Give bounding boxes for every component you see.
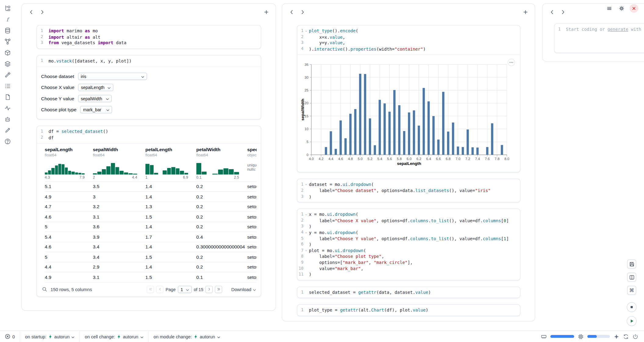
move-column-right-button[interactable] <box>558 7 567 16</box>
error-count-button[interactable]: 0 <box>0 331 20 342</box>
histogram-bar <box>93 173 97 174</box>
chart-options-button[interactable] <box>508 59 515 66</box>
sync-icon[interactable] <box>623 333 629 339</box>
scratchpad-icon[interactable] <box>4 127 11 134</box>
on-startup-setting[interactable]: on startup: autorun <box>20 331 80 342</box>
histogram-bar <box>82 173 85 174</box>
code-editor[interactable]: 1import marimo as mo2import altair as al… <box>37 26 261 48</box>
on-cell-change-setting[interactable]: on cell change: autorun <box>80 331 148 342</box>
fold-chevron-icon[interactable]: ⌄ <box>303 182 309 188</box>
data-sources-icon[interactable] <box>4 27 11 34</box>
marimo-file-icon[interactable]: f <box>4 16 11 23</box>
add-cell-button[interactable] <box>521 7 530 16</box>
y-value-select[interactable]: sepalWidth <box>78 95 112 102</box>
status-bar: 0 on startup: autorun on cell change: au… <box>0 330 644 342</box>
histogram-bar <box>58 164 61 174</box>
code-editor[interactable]: 1selected_dataset = getattr(data, datase… <box>297 287 520 298</box>
previous-page-button[interactable] <box>156 286 163 293</box>
menu-icon[interactable] <box>605 4 614 12</box>
outline-icon[interactable] <box>4 83 11 89</box>
code-editor[interactable]: 1mo.vstack([dataset, x, y, plot]) <box>37 55 261 66</box>
fold-chevron-icon[interactable]: ⌄ <box>303 230 309 236</box>
svg-text:7.6: 7.6 <box>485 157 490 161</box>
next-page-button[interactable] <box>206 286 213 293</box>
altair-chart[interactable]: 4.04.24.44.64.85.05.25.45.65.86.06.26.46… <box>299 60 513 167</box>
tools-icon[interactable] <box>4 71 11 78</box>
code-editor[interactable]: 1 Start coding or generate with AI <box>554 24 644 49</box>
page-select[interactable]: 1 <box>178 286 192 293</box>
code-editor[interactable]: 1⌄plot_type().encode(2 x=x.value,3 y=y.v… <box>297 26 520 55</box>
close-icon[interactable] <box>630 4 638 12</box>
table-row[interactable]: 4.931.40.2setosa <box>45 192 257 202</box>
memory-icon <box>541 333 547 339</box>
packages-icon[interactable] <box>4 49 11 56</box>
table-cell: setosa <box>247 275 257 280</box>
layout-grid-icon[interactable] <box>627 273 636 282</box>
svg-text:sepalWidth: sepalWidth <box>300 99 305 121</box>
table-cell: 0.2 <box>196 255 247 259</box>
ai-chat-icon[interactable] <box>4 116 11 123</box>
table-column-header[interactable]: petalWidth float64 0.12.5 <box>196 147 247 180</box>
line-number: 1 <box>297 28 303 34</box>
sparkle-icon[interactable] <box>614 333 619 339</box>
histogram-bar <box>213 173 217 174</box>
table-row[interactable]: 4.63.11.50.2setosa <box>45 212 257 222</box>
svg-text:4.0: 4.0 <box>309 157 314 161</box>
move-column-left-button[interactable] <box>547 7 556 16</box>
move-column-left-button[interactable] <box>27 7 36 16</box>
last-page-button[interactable] <box>215 286 222 293</box>
power-icon[interactable] <box>632 333 638 339</box>
table-row[interactable]: 5.43.91.70.4setosa <box>45 232 257 242</box>
code-editor[interactable]: 1⌄dataset = mo.ui.dropdown(2 label="Choo… <box>297 179 520 202</box>
table-row[interactable]: 53.61.40.2setosa <box>45 222 257 232</box>
histogram-bar <box>171 167 175 174</box>
fold-chevron-icon[interactable]: ⌄ <box>303 248 309 254</box>
table-row[interactable]: 5.13.51.40.2setosa <box>45 182 257 192</box>
on-module-change-setting[interactable]: on module change: autorun <box>148 331 225 342</box>
table-cell: 1.4 <box>145 224 196 229</box>
move-column-right-button[interactable] <box>298 7 307 16</box>
svg-text:30: 30 <box>305 76 309 79</box>
chevron-down-icon <box>72 334 74 339</box>
table-row[interactable]: 4.93.11.50.1setosa <box>45 272 257 282</box>
dataset-select[interactable]: iris <box>78 73 147 80</box>
keyboard-shortcuts-button[interactable]: ⌘ <box>627 286 636 295</box>
move-column-left-button[interactable] <box>287 7 296 16</box>
cell-placeholder[interactable]: Start coding or generate with AI <box>566 26 644 32</box>
gear-icon[interactable] <box>617 4 626 12</box>
table-row[interactable]: 4.63.41.40.30000000000000004setosa <box>45 242 257 252</box>
search-icon[interactable] <box>42 287 47 292</box>
add-cell-button[interactable] <box>262 7 271 16</box>
table-row[interactable]: 53.41.50.2setosa <box>45 252 257 262</box>
code-editor[interactable]: 1plot_type = getattr(alt.Chart(df), plot… <box>297 305 520 316</box>
move-column-right-button[interactable] <box>38 7 47 16</box>
stop-kernel-button[interactable] <box>627 302 636 312</box>
dependency-graph-icon[interactable] <box>4 38 11 45</box>
layers-icon[interactable] <box>4 60 11 67</box>
code-editor[interactable]: 1df = selected_dataset()2df <box>37 126 261 143</box>
fold-chevron-icon[interactable]: ⌄ <box>303 212 309 218</box>
table-column-header[interactable]: petalLength float64 16.9 <box>145 147 196 180</box>
code-line: 1 Start coding or generate with AI <box>554 26 644 32</box>
svg-text:4.4: 4.4 <box>328 157 334 161</box>
table-column-header[interactable]: sepalLength float64 4.37.9 <box>45 147 93 180</box>
code-editor[interactable]: 1⌄x = mo.ui.dropdown(2 label="Choose X v… <box>297 209 520 280</box>
help-icon[interactable] <box>4 138 11 145</box>
first-page-button[interactable] <box>147 286 154 293</box>
x-value-select[interactable]: sepalLength <box>78 84 113 91</box>
save-icon[interactable] <box>627 259 636 269</box>
documentation-icon[interactable] <box>4 94 11 100</box>
histogram-bar <box>72 171 75 174</box>
files-icon[interactable] <box>4 5 11 12</box>
run-all-button[interactable] <box>627 316 636 326</box>
tracing-icon[interactable] <box>4 105 11 111</box>
fold-chevron-icon[interactable]: ⌄ <box>303 28 309 34</box>
svg-text:5.0: 5.0 <box>358 157 363 161</box>
plot-type-select[interactable]: mark_bar <box>80 106 112 113</box>
generate-ai-link[interactable]: generate <box>607 27 628 32</box>
table-column-header[interactable]: sepalWidth float64 24.4 <box>93 147 145 180</box>
download-button[interactable]: Download <box>231 287 256 292</box>
table-column-header[interactable]: species object uniquenulls: <box>247 147 257 180</box>
table-row[interactable]: 4.73.21.30.2setosa <box>45 202 257 212</box>
table-row[interactable]: 4.42.91.40.2setosa <box>45 262 257 272</box>
